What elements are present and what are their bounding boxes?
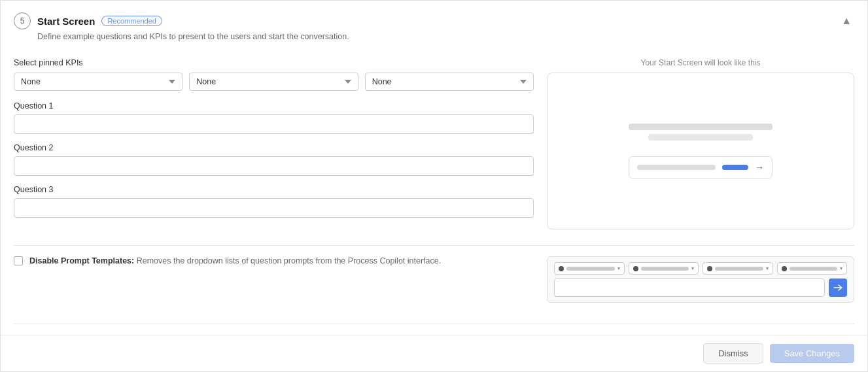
question-3-input[interactable] <box>14 198 534 218</box>
question-1-group: Question 1 <box>14 101 534 134</box>
prompt-mini-dot-2 <box>633 266 638 271</box>
save-changes-button[interactable]: Save Changes <box>770 344 854 363</box>
section-title: Start Screen <box>37 16 95 27</box>
kpi-dropdown-2[interactable]: None <box>189 73 358 91</box>
prompt-mini-dot-3 <box>707 266 712 271</box>
prompt-send-button[interactable] <box>829 279 847 297</box>
header-subtitle: Define example questions and KPIs to pre… <box>37 32 349 41</box>
divider-1 <box>14 245 854 246</box>
prompt-dropdowns-row: ▾ ▾ ▾ ▾ <box>554 262 847 275</box>
dismiss-button[interactable]: Dismiss <box>703 343 763 364</box>
kpi-dropdowns: None None None <box>14 73 534 91</box>
preview-label: Your Start Screen will look like this <box>547 58 854 67</box>
disable-left: Disable Prompt Templates: Removes the dr… <box>14 256 540 265</box>
kpi-label: Select pinned KPIs <box>14 58 534 67</box>
prompt-mini-arrow-2: ▾ <box>691 265 694 271</box>
step-circle: 5 <box>14 12 31 29</box>
step-number: 5 <box>20 16 25 25</box>
divider-2 <box>14 324 854 324</box>
start-screen-panel: 5 Start Screen Recommended Define exampl… <box>0 0 868 372</box>
title-row: 5 Start Screen Recommended <box>14 12 349 29</box>
preview-line-2 <box>648 134 753 141</box>
preview-input-row: → <box>629 156 773 178</box>
preview-input-line <box>637 165 716 170</box>
kpi-dropdown-3[interactable]: None <box>365 73 534 91</box>
left-panel: Select pinned KPIs None None None Questi… <box>14 58 534 235</box>
prompt-mini-arrow-3: ▾ <box>766 265 769 271</box>
section-header: 5 Start Screen Recommended Define exampl… <box>1 1 867 48</box>
prompt-mini-select-1[interactable]: ▾ <box>554 262 625 275</box>
prompt-mini-dot-1 <box>559 266 564 271</box>
main-content: Select pinned KPIs None None None Questi… <box>1 48 867 235</box>
question-3-group: Question 3 <box>14 185 534 218</box>
question-3-label: Question 3 <box>14 185 534 194</box>
preview-arrow-icon: → <box>755 162 764 173</box>
prompt-input-row <box>554 279 847 297</box>
recommended-badge: Recommended <box>101 16 162 26</box>
question-2-input[interactable] <box>14 156 534 176</box>
prompt-mini-line-1 <box>566 267 615 271</box>
prompt-preview-panel: ▾ ▾ ▾ ▾ <box>547 256 854 303</box>
header-left: 5 Start Screen Recommended Define exampl… <box>14 12 349 41</box>
prompt-mini-dot-4 <box>782 266 787 271</box>
prompt-mini-select-3[interactable]: ▾ <box>703 262 773 275</box>
preview-input-blue <box>722 165 748 170</box>
right-panel: Your Start Screen will look like this → <box>547 58 854 235</box>
question-1-input[interactable] <box>14 114 534 134</box>
disable-prompt-text: Disable Prompt Templates: Removes the dr… <box>29 256 441 265</box>
disable-prompt-label-text: Removes the dropdown lists of question p… <box>137 256 442 265</box>
collapse-button[interactable]: ▲ <box>839 12 854 29</box>
question-1-label: Question 1 <box>14 101 534 110</box>
preview-line-1 <box>629 124 773 130</box>
disable-prompt-label-strong: Disable Prompt Templates: <box>29 256 134 265</box>
preview-box: → <box>547 73 854 229</box>
prompt-preview-box: ▾ ▾ ▾ ▾ <box>547 256 854 303</box>
kpi-section: Select pinned KPIs None None None <box>14 58 534 91</box>
prompt-mini-line-4 <box>790 267 838 271</box>
prompt-mini-arrow-4: ▾ <box>840 265 842 271</box>
kpi-dropdown-1[interactable]: None <box>14 73 182 91</box>
prompt-mini-arrow-1: ▾ <box>617 265 620 271</box>
question-2-label: Question 2 <box>14 143 534 152</box>
preview-placeholder-lines <box>629 124 773 141</box>
question-2-group: Question 2 <box>14 143 534 176</box>
footer: Dismiss Save Changes <box>1 335 867 371</box>
collapse-icon: ▲ <box>841 15 852 26</box>
disable-area: Disable Prompt Templates: Removes the dr… <box>1 256 867 313</box>
disable-prompt-checkbox[interactable] <box>14 256 23 265</box>
prompt-input-bar[interactable] <box>554 279 825 297</box>
prompt-mini-select-4[interactable]: ▾ <box>777 262 848 275</box>
prompt-mini-line-2 <box>641 267 689 271</box>
prompt-mini-line-3 <box>715 267 763 271</box>
send-icon <box>833 283 842 292</box>
prompt-mini-select-2[interactable]: ▾ <box>629 262 699 275</box>
